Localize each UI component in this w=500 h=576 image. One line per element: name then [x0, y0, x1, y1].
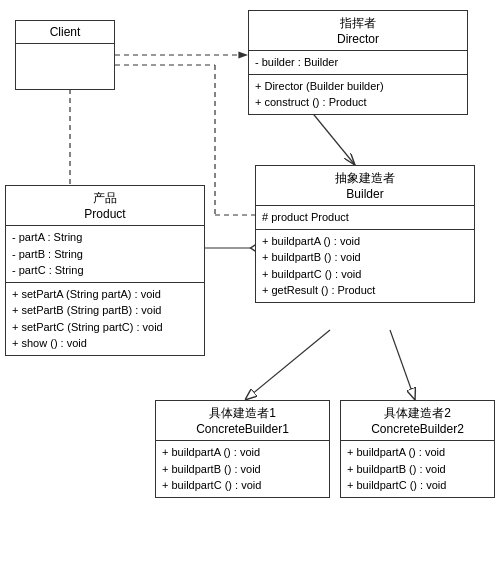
- concrete1-methods: + buildpartA () : void + buildpartB () :…: [156, 441, 329, 497]
- uml-diagram: Client 指挥者 Director - builder : Builder …: [0, 0, 500, 576]
- concrete2-box: 具体建造者2 ConcreteBuilder2 + buildpartA () …: [340, 400, 495, 498]
- director-cn: 指挥者: [255, 15, 461, 32]
- builder-fields: # product Product: [256, 206, 474, 230]
- product-fields: - partA : String - partB : String - part…: [6, 226, 204, 283]
- builder-en: Builder: [262, 187, 468, 201]
- svg-line-12: [390, 330, 415, 400]
- svg-line-9: [310, 110, 355, 165]
- concrete2-methods: + buildpartA () : void + buildpartB () :…: [341, 441, 494, 497]
- client-header: Client: [16, 21, 114, 44]
- director-header: 指挥者 Director: [249, 11, 467, 51]
- director-en: Director: [255, 32, 461, 46]
- concrete2-header: 具体建造者2 ConcreteBuilder2: [341, 401, 494, 441]
- concrete2-en: ConcreteBuilder2: [347, 422, 488, 436]
- director-fields: - builder : Builder: [249, 51, 467, 75]
- builder-cn: 抽象建造者: [262, 170, 468, 187]
- director-methods: + Director (Builder builder) + construct…: [249, 75, 467, 114]
- concrete1-cn: 具体建造者1: [162, 405, 323, 422]
- concrete1-en: ConcreteBuilder1: [162, 422, 323, 436]
- builder-header: 抽象建造者 Builder: [256, 166, 474, 206]
- concrete1-box: 具体建造者1 ConcreteBuilder1 + buildpartA () …: [155, 400, 330, 498]
- product-cn: 产品: [12, 190, 198, 207]
- builder-box: 抽象建造者 Builder # product Product + buildp…: [255, 165, 475, 303]
- client-body: [16, 44, 114, 89]
- director-box: 指挥者 Director - builder : Builder + Direc…: [248, 10, 468, 115]
- concrete1-header: 具体建造者1 ConcreteBuilder1: [156, 401, 329, 441]
- product-methods: + setPartA (String partA) : void + setPa…: [6, 283, 204, 355]
- concrete2-cn: 具体建造者2: [347, 405, 488, 422]
- svg-line-11: [245, 330, 330, 400]
- client-box: Client: [15, 20, 115, 90]
- product-header: 产品 Product: [6, 186, 204, 226]
- builder-methods: + buildpartA () : void + buildpartB () :…: [256, 230, 474, 302]
- product-box: 产品 Product - partA : String - partB : St…: [5, 185, 205, 356]
- product-en: Product: [12, 207, 198, 221]
